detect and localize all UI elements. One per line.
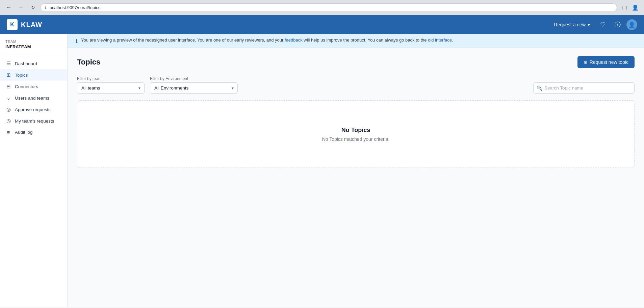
sidebar-item-topics[interactable]: ⊞ Topics [0,69,67,81]
team-name: INFRATEAM [5,44,62,49]
address-bar: ℹ localhost:9097/coral/topics [41,3,617,12]
help-button[interactable]: ⓘ [612,19,624,31]
sidebar-item-audit-log[interactable]: ≡ Audit log [0,127,67,138]
notifications-button[interactable]: ♡ [597,19,609,31]
top-nav-icons: ♡ ⓘ 👤 [597,19,637,31]
sidebar-item-label: Topics [15,73,28,78]
empty-state: No Topics No Topics matched your criteri… [322,127,390,142]
filter-env-label: Filter by Environment [150,76,238,81]
empty-state-title: No Topics [322,127,390,134]
search-input[interactable] [533,82,635,94]
env-select-wrapper: All Environments [150,82,238,94]
search-icon: 🔍 [537,85,542,91]
filter-team-label: Filter by team [77,76,145,81]
browser-actions: ⬚ 👤 [620,3,640,12]
sidebar-item-label: My team's requests [15,119,54,124]
sidebar-item-connectors[interactable]: ⊟ Connectors [0,81,67,92]
sidebar-item-label: Audit log [15,130,33,135]
connectors-icon: ⊟ [5,83,11,89]
request-new-dropdown[interactable]: Request a new ▾ [550,20,594,29]
lock-icon: ℹ [45,5,47,10]
back-button[interactable]: ← [4,3,14,12]
url-text: localhost:9097/coral/topics [49,5,100,10]
sidebar-item-label: Connectors [15,84,38,89]
logo-text: KLAW [21,21,42,29]
sidebar-item-label: Dashboard [15,61,37,66]
logo-area: K KLAW [7,19,42,30]
filter-team-group: Filter by team All teams [77,76,145,94]
my-requests-icon: ◎ [5,118,11,124]
top-nav: K KLAW Request a new ▾ ♡ ⓘ 👤 [0,15,644,34]
page-content: Topics ⊕ Request new topic Filter by tea… [68,48,644,176]
extensions-button[interactable]: ⬚ [620,3,629,12]
request-new-label: Request a new [554,22,586,27]
empty-state-description: No Topics matched your criteria. [322,136,390,142]
main-content: ℹ You are viewing a preview of the redes… [68,34,644,307]
search-wrapper: 🔍 [533,82,635,94]
user-avatar[interactable]: 👤 [626,19,637,30]
dashboard-icon: ☰ [5,60,11,67]
page-header: Topics ⊕ Request new topic [77,56,635,68]
topics-icon: ⊞ [5,72,11,78]
banner-old-interface-link[interactable]: old interface [428,37,452,43]
banner-text: You are viewing a preview of the redesig… [81,37,453,43]
sidebar-item-dashboard[interactable]: ☰ Dashboard [0,58,67,69]
sidebar-item-label: Approve requests [15,107,51,112]
request-new-chevron-icon: ▾ [588,22,590,27]
filters-row: Filter by team All teams Filter by Envir… [77,76,635,94]
banner-message-before: You are viewing a preview of the redesig… [81,37,285,43]
filter-env-select[interactable]: All Environments [150,82,238,94]
team-label: Team [5,40,62,44]
content-wrapper: Team INFRATEAM ☰ Dashboard ⊞ Topics ⊟ Co… [0,34,644,307]
users-icon: ⌄ [5,95,11,101]
logo-icon: K [7,19,18,30]
page-title: Topics [77,58,100,67]
team-info: Team INFRATEAM [0,40,67,55]
user-icon: 👤 [628,22,635,28]
profile-button[interactable]: 👤 [630,3,640,12]
sidebar-item-approve-requests[interactable]: ◎ Approve requests [0,104,67,115]
request-topic-label: Request new topic [590,59,628,65]
sidebar-item-my-teams-requests[interactable]: ◎ My team's requests [0,115,67,127]
sidebar-item-label: Users and teams [15,96,49,101]
sidebar-item-users-and-teams[interactable]: ⌄ Users and teams [0,92,67,104]
refresh-button[interactable]: ↻ [28,3,38,12]
filter-env-group: Filter by Environment All Environments [150,76,238,94]
approve-icon: ◎ [5,106,11,112]
app-container: K KLAW Request a new ▾ ♡ ⓘ 👤 Team INFRAT… [0,15,644,307]
team-select-wrapper: All teams [77,82,145,94]
banner-info-icon: ℹ [76,38,78,44]
request-topic-button[interactable]: ⊕ Request new topic [577,56,635,68]
banner-message-middle: will help us improve the product. You ca… [303,37,428,43]
banner-message-after: . [452,37,453,43]
browser-chrome: ← → ↻ ℹ localhost:9097/coral/topics ⬚ 👤 [0,0,644,15]
logo-initial: K [10,22,14,28]
topics-container: No Topics No Topics matched your criteri… [77,100,635,168]
forward-button[interactable]: → [16,3,26,12]
filter-team-select[interactable]: All teams [77,82,145,94]
audit-icon: ≡ [5,129,11,135]
banner-feedback-link[interactable]: feedback [285,37,303,43]
preview-banner: ℹ You are viewing a preview of the redes… [68,34,644,48]
request-topic-plus-icon: ⊕ [584,59,588,65]
sidebar: Team INFRATEAM ☰ Dashboard ⊞ Topics ⊟ Co… [0,34,68,307]
